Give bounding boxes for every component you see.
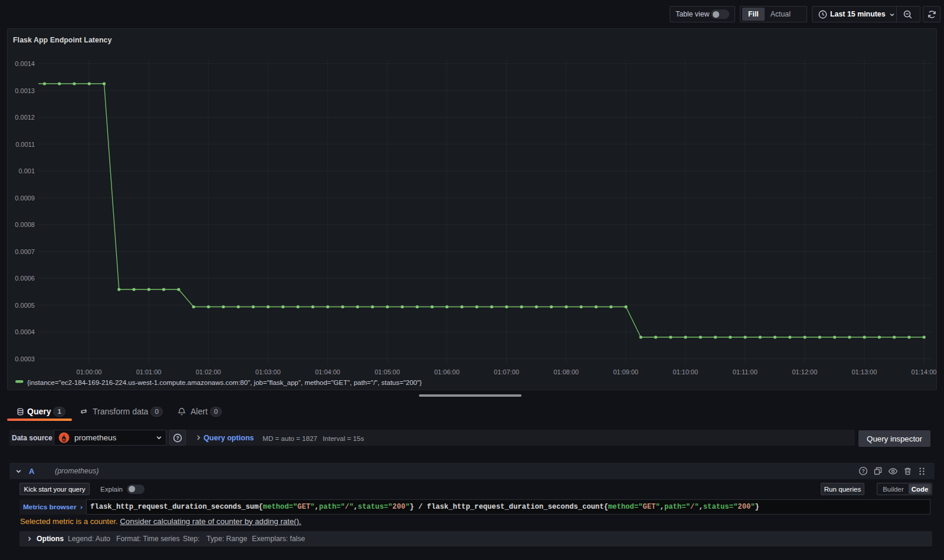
svg-text:01:01:00: 01:01:00: [136, 368, 162, 375]
svg-text:{instance="ec2-184-169-216-224: {instance="ec2-184-169-216-224.us-west-1…: [27, 379, 422, 386]
svg-text:01:12:00: 01:12:00: [792, 368, 817, 375]
svg-text:01:14:00: 01:14:00: [912, 368, 937, 375]
svg-text:01:11:00: 01:11:00: [733, 368, 758, 375]
svg-text:0.0014: 0.0014: [15, 60, 35, 67]
svg-text:01:00:00: 01:00:00: [77, 368, 102, 375]
svg-text:0.0005: 0.0005: [15, 302, 35, 309]
svg-text:01:09:00: 01:09:00: [613, 368, 638, 375]
svg-text:0.0004: 0.0004: [15, 328, 35, 335]
svg-text:01:05:00: 01:05:00: [375, 368, 400, 375]
svg-text:?: ?: [176, 435, 179, 441]
svg-text:0.0011: 0.0011: [15, 141, 35, 148]
svg-text:01:02:00: 01:02:00: [196, 368, 221, 375]
svg-text:0.0008: 0.0008: [15, 221, 35, 228]
svg-text:0.0012: 0.0012: [15, 114, 35, 121]
svg-text:0.0006: 0.0006: [15, 275, 35, 282]
svg-text:01:10:00: 01:10:00: [673, 368, 698, 375]
svg-text:?: ?: [861, 468, 864, 474]
svg-text:01:13:00: 01:13:00: [851, 368, 877, 375]
svg-text:0.0013: 0.0013: [15, 87, 35, 94]
svg-text:0.0009: 0.0009: [15, 195, 35, 202]
svg-text:01:07:00: 01:07:00: [494, 368, 519, 375]
svg-text:0.0003: 0.0003: [15, 355, 35, 363]
svg-text:01:03:00: 01:03:00: [255, 368, 281, 375]
svg-text:01:04:00: 01:04:00: [315, 368, 340, 375]
svg-text:0.0007: 0.0007: [15, 248, 35, 255]
svg-text:01:08:00: 01:08:00: [553, 368, 579, 375]
svg-text:0.001: 0.001: [18, 167, 35, 174]
svg-text:01:06:00: 01:06:00: [434, 368, 460, 375]
